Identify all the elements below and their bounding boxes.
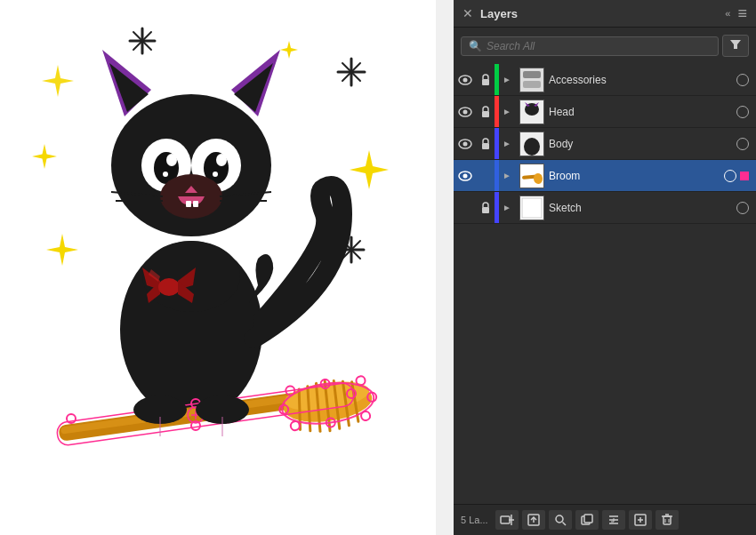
lock-icon[interactable] — [477, 74, 495, 86]
expand-arrow[interactable]: ► — [499, 139, 515, 148]
visibility-icon[interactable] — [454, 171, 477, 181]
layer-name: Head — [549, 106, 736, 118]
layer-name: Accessories — [549, 74, 736, 86]
layer-name: Broom — [549, 170, 724, 182]
svg-point-76 — [463, 109, 468, 114]
layer-target-indicator — [736, 74, 749, 86]
merge-layers-button[interactable] — [602, 510, 625, 530]
svg-marker-68 — [730, 40, 741, 49]
visibility-icon[interactable] — [454, 107, 477, 117]
expand-arrow[interactable]: ► — [499, 171, 515, 180]
svg-rect-73 — [523, 71, 541, 78]
layer-row[interactable]: ► Body — [454, 128, 756, 160]
svg-rect-96 — [501, 516, 510, 523]
new-layer-from-object-button[interactable] — [495, 510, 519, 530]
sparkle-3 — [350, 150, 389, 189]
svg-point-55 — [360, 411, 370, 420]
layer-thumbnail — [519, 132, 544, 156]
search-input[interactable] — [487, 40, 711, 52]
canvas-area — [0, 0, 436, 535]
layer-target-indicator — [736, 138, 749, 150]
svg-rect-31 — [193, 201, 198, 207]
svg-point-14 — [158, 278, 180, 296]
svg-rect-93 — [482, 207, 489, 213]
svg-point-24 — [166, 154, 177, 166]
svg-point-86 — [524, 138, 540, 156]
layer-list: ► Accessories ► Head — [454, 64, 756, 504]
svg-point-88 — [463, 173, 468, 178]
layer-row[interactable]: ► Broom — [454, 160, 756, 192]
delete-layer-button[interactable] — [655, 510, 679, 530]
layer-target-indicator — [724, 170, 736, 182]
layer-row[interactable]: ► Head — [454, 96, 756, 128]
svg-rect-30 — [186, 201, 191, 207]
add-layer-icon — [634, 514, 647, 526]
panel-close-button[interactable]: ✕ — [462, 6, 473, 20]
lock-icon[interactable] — [477, 106, 495, 118]
svg-rect-111 — [664, 516, 671, 524]
lock-icon[interactable] — [477, 138, 495, 150]
sparkle-4 — [32, 144, 57, 169]
sparkle-1 — [42, 65, 74, 97]
lock-icon[interactable] — [477, 202, 495, 214]
sparkle-cross-1 — [130, 28, 155, 53]
add-layer-button[interactable] — [629, 510, 652, 530]
layer-count-label: 5 La... — [461, 515, 488, 525]
svg-rect-77 — [482, 111, 489, 117]
layer-target-indicator — [736, 106, 749, 118]
expand-arrow[interactable]: ► — [499, 75, 515, 84]
sparkle-5 — [46, 234, 78, 266]
delete-layer-icon — [661, 514, 673, 526]
layer-row[interactable]: ► Sketch — [454, 192, 756, 224]
svg-point-83 — [463, 141, 468, 146]
find-layer-icon — [554, 514, 567, 526]
panel-collapse-button[interactable]: « — [725, 8, 730, 19]
search-input-wrapper: 🔍 — [461, 36, 719, 56]
svg-rect-71 — [482, 79, 489, 85]
layer-name: Sketch — [549, 202, 736, 214]
svg-rect-104 — [584, 515, 592, 523]
layers-panel: ✕ Layers « ≡ 🔍 ► — [454, 0, 756, 535]
panel-title: Layers — [473, 7, 725, 20]
expand-arrow[interactable]: ► — [499, 107, 515, 116]
search-bar: 🔍 — [454, 28, 756, 64]
sparkle-2 — [280, 41, 298, 59]
panel-menu-button[interactable]: ≡ — [737, 5, 747, 21]
filter-button[interactable] — [722, 35, 749, 57]
sparkle-cross-2 — [338, 59, 365, 85]
svg-rect-94 — [520, 196, 543, 220]
export-icon — [527, 514, 540, 526]
panel-titlebar: ✕ Layers « ≡ — [454, 0, 756, 28]
duplicate-icon — [581, 514, 593, 526]
layer-name: Body — [549, 138, 736, 150]
svg-point-54 — [290, 420, 300, 430]
svg-rect-74 — [523, 81, 541, 88]
svg-line-102 — [562, 523, 566, 526]
svg-point-70 — [463, 77, 468, 82]
search-icon: 🔍 — [469, 40, 482, 52]
layer-pink-square — [740, 172, 749, 180]
layer-thumbnail — [519, 68, 544, 92]
layer-target-indicator — [736, 202, 749, 214]
export-button[interactable] — [522, 510, 545, 530]
duplicate-layer-button[interactable] — [575, 510, 599, 530]
merge-icon — [607, 514, 620, 526]
layer-thumbnail — [519, 100, 544, 124]
visibility-icon[interactable] — [454, 139, 477, 149]
visibility-icon[interactable] — [454, 75, 477, 85]
cat-illustration — [4, 1, 431, 534]
svg-point-27 — [213, 172, 218, 177]
svg-point-26 — [163, 172, 168, 177]
filter-icon — [729, 38, 742, 51]
panel-footer: 5 La... — [454, 504, 756, 535]
find-layer-button[interactable] — [549, 510, 572, 530]
layer-row[interactable]: ► Accessories — [454, 64, 756, 96]
layer-thumbnail — [519, 164, 544, 188]
svg-rect-84 — [482, 143, 489, 149]
new-layer-from-object-icon — [500, 514, 514, 526]
layer-thumbnail — [519, 196, 544, 220]
svg-point-101 — [556, 515, 563, 523]
expand-arrow[interactable]: ► — [499, 203, 515, 212]
svg-point-25 — [216, 154, 227, 166]
